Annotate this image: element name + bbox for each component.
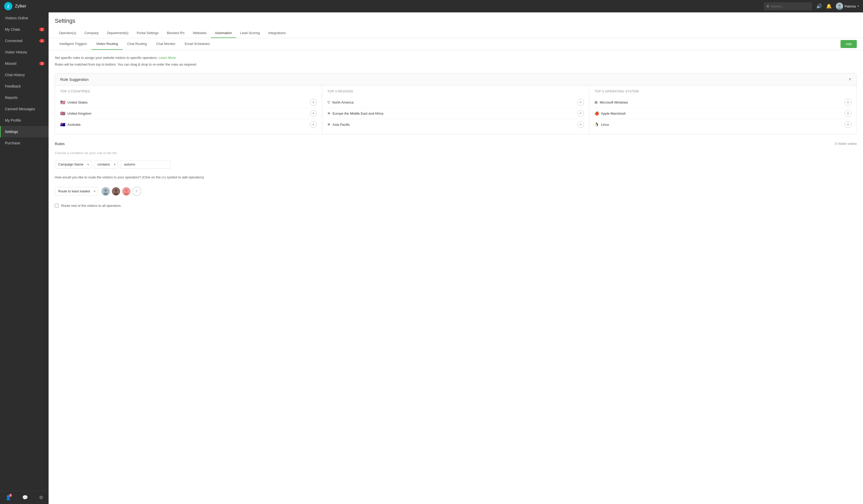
tab-company[interactable]: Company xyxy=(80,28,103,38)
tab-portal-settings[interactable]: Portal Settings xyxy=(133,28,163,38)
learn-more-link[interactable]: Learn More xyxy=(159,56,176,60)
sidebar-item-missed[interactable]: Missed 3 xyxy=(0,58,49,69)
sidebar-bottom-icon-3[interactable]: ⚙ xyxy=(37,493,45,502)
add-os-1-button[interactable]: + xyxy=(845,110,851,117)
tab-operators[interactable]: Operator(s) xyxy=(55,28,80,38)
add-os-2-button[interactable]: + xyxy=(845,121,851,128)
user-menu[interactable]: Patricia ▾ xyxy=(836,3,859,10)
svg-point-1 xyxy=(838,4,841,7)
region-item-0: ▽ North America xyxy=(327,100,353,104)
page-title: Settings xyxy=(55,17,857,24)
route-option-select[interactable]: Route to least loaded xyxy=(55,187,98,195)
app-logo: Z xyxy=(4,2,12,10)
close-rule-suggestion-button[interactable]: × xyxy=(849,77,851,81)
region-row-1: ✈ Europe the Middle East and Africa + xyxy=(327,108,584,119)
sidebar-item-my-chats[interactable]: My Chats 1 xyxy=(0,24,49,35)
country-item-1: 🇬🇧 United Kingdom xyxy=(60,111,91,116)
flag-au: 🇦🇺 xyxy=(60,122,65,127)
tab-websites[interactable]: Websites xyxy=(189,28,211,38)
os-item-1: 🍎 Apple Macintosh xyxy=(595,111,626,115)
sidebar-item-settings[interactable]: Settings xyxy=(0,126,49,137)
info-text-1: Set specific rules to assign your websit… xyxy=(55,55,857,61)
os-col-header: Top 3 Operating System xyxy=(595,90,851,93)
content-area: Settings Operator(s) Company Department(… xyxy=(49,12,863,504)
topbar-left: Z Zylker xyxy=(4,2,26,10)
add-region-1-button[interactable]: + xyxy=(577,110,584,117)
apple-icon: 🍎 xyxy=(595,111,599,115)
condition-field-select[interactable]: Campaign Name xyxy=(55,160,91,169)
rules-section: Rules 0 Visitor online Choose a conditio… xyxy=(55,142,857,208)
add-country-0-button[interactable]: + xyxy=(310,99,317,106)
region-row-2: ✈ Asia Pacific + xyxy=(327,119,584,130)
tab-blocked-ips[interactable]: Blocked IPs xyxy=(163,28,189,38)
region-row-0: ▽ North America + xyxy=(327,97,584,108)
os-row-1: 🍎 Apple Macintosh + xyxy=(595,108,851,119)
sidebar-bottom-badge: 3 xyxy=(9,494,12,497)
missed-badge: 3 xyxy=(39,62,45,65)
sidebar-item-my-profile[interactable]: My Profile xyxy=(0,115,49,126)
countries-col-header: Top 3 Countries xyxy=(60,90,317,93)
route-row: Route to least loaded xyxy=(55,184,857,198)
sidebar-item-visitors-online[interactable]: Visitors Online xyxy=(0,12,49,24)
region-item-2: ✈ Asia Pacific xyxy=(327,122,350,127)
region-item-1: ✈ Europe the Middle East and Africa xyxy=(327,111,384,115)
add-operator-button[interactable]: + xyxy=(132,187,141,196)
chat-icon: 💬 xyxy=(22,495,28,500)
app-name: Zylker xyxy=(15,4,26,9)
os-col: Top 3 Operating System ⊞ Microsoft Windo… xyxy=(589,86,856,134)
country-item-0: 🇺🇸 United States xyxy=(60,100,88,105)
add-country-2-button[interactable]: + xyxy=(310,121,317,128)
condition-operator-select[interactable]: contains xyxy=(94,160,118,169)
route-all-label[interactable]: Route rest of the visitors to all operat… xyxy=(61,204,122,208)
sidebar-bottom-icon-1[interactable]: 👤 3 xyxy=(4,493,13,502)
tab-automation[interactable]: Automation xyxy=(211,28,236,38)
visitor-online-count: 0 Visitor online xyxy=(835,142,857,146)
add-country-1-button[interactable]: + xyxy=(310,110,317,117)
sidebar-item-connected[interactable]: Connected 1 xyxy=(0,35,49,47)
route-all-checkbox[interactable] xyxy=(55,204,59,208)
add-button[interactable]: Add xyxy=(840,40,857,48)
volume-icon[interactable]: 🔊 xyxy=(816,3,822,9)
sidebar-bottom: 👤 3 💬 ⚙ xyxy=(0,491,49,504)
add-os-0-button[interactable]: + xyxy=(845,99,851,106)
svg-point-10 xyxy=(125,189,128,192)
svg-point-7 xyxy=(115,189,117,192)
rule-hint: Choose a condition for your rule in the … xyxy=(55,150,857,157)
my-chats-badge: 1 xyxy=(39,28,45,31)
tab-integrations[interactable]: Integrations xyxy=(264,28,290,38)
condition-row: Campaign Name contains xyxy=(55,157,857,171)
sidebar-item-visitor-history[interactable]: Visitor History xyxy=(0,47,49,58)
condition-value-input[interactable] xyxy=(121,160,171,169)
page-body: Set specific rules to assign your websit… xyxy=(49,50,863,504)
rule-suggestion-cols: Top 3 Countries 🇺🇸 United States + 🇬🇧 xyxy=(55,86,856,134)
sidebar-bottom-icon-2[interactable]: 💬 xyxy=(21,493,29,502)
sub-tab-chat-routing[interactable]: Chat Routing xyxy=(123,38,152,50)
sub-tab-visitor-routing[interactable]: Visitor Routing xyxy=(91,38,123,50)
os-item-2: 🐧 Linux xyxy=(595,122,609,127)
sub-tab-email-schedules[interactable]: Email Schedules xyxy=(180,38,214,50)
sidebar-item-canned-messages[interactable]: Canned Messages xyxy=(0,103,49,115)
add-region-0-button[interactable]: + xyxy=(577,99,584,106)
os-row-0: ⊞ Microsoft Windows + xyxy=(595,97,851,108)
sub-tab-intelligent-triggers[interactable]: Intelligent Triggers xyxy=(55,38,91,50)
operator-avatar-3 xyxy=(122,187,131,196)
notifications-icon[interactable]: 🔔 xyxy=(826,3,832,9)
sidebar-item-chat-history[interactable]: Chat History xyxy=(0,69,49,80)
sidebar-item-feedback[interactable]: Feedback xyxy=(0,80,49,92)
sub-tab-chat-monitor[interactable]: Chat Monitor xyxy=(151,38,180,50)
search-box[interactable]: ≡ xyxy=(764,2,812,10)
add-region-2-button[interactable]: + xyxy=(577,121,584,128)
settings-icon: ⚙ xyxy=(39,495,43,500)
tab-lead-scoring[interactable]: Lead Scoring xyxy=(236,28,264,38)
rule-suggestion-box: Rule Suggestion × Top 3 Countries 🇺🇸 Uni… xyxy=(55,73,857,134)
search-input[interactable] xyxy=(771,4,810,8)
sub-tabs: Intelligent Triggers Visitor Routing Cha… xyxy=(55,38,214,50)
sidebar-item-reports[interactable]: Reports xyxy=(0,92,49,103)
tab-departments[interactable]: Department(s) xyxy=(103,28,133,38)
topbar-right: ≡ 🔊 🔔 Patricia ▾ xyxy=(764,2,859,10)
regions-col: Top 3 Regions ▽ North America + ✈ Euro xyxy=(322,86,589,134)
os-item-0: ⊞ Microsoft Windows xyxy=(595,100,628,104)
sidebar-item-purchase[interactable]: Purchase xyxy=(0,137,49,149)
topbar: Z Zylker ≡ 🔊 🔔 Patricia ▾ xyxy=(0,0,863,12)
main-nav-tabs: Operator(s) Company Department(s) Portal… xyxy=(55,28,857,38)
